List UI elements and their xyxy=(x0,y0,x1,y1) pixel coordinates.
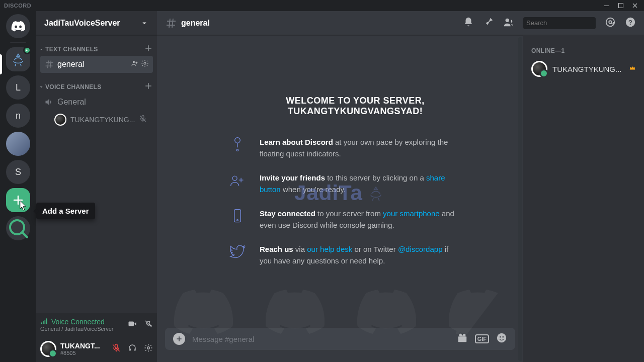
member-item[interactable]: TUKANGTYKUNG... xyxy=(527,58,640,79)
main-content: general ? WELCOME TO YOUR SERVER, TUKANG… xyxy=(157,11,644,362)
emoji-icon[interactable] xyxy=(496,332,507,345)
svg-point-20 xyxy=(500,336,501,338)
chat-header: general ? xyxy=(157,11,644,35)
voice-user[interactable]: TUKANGTYKUNG... xyxy=(36,111,157,128)
voice-channels-category[interactable]: VOICE CHANNELS xyxy=(36,81,157,93)
twitter-icon xyxy=(227,244,248,266)
server-item-active[interactable] xyxy=(6,47,30,71)
voice-active-badge xyxy=(23,46,31,54)
avatar xyxy=(531,61,547,77)
gear-icon[interactable] xyxy=(141,59,149,69)
pinned-icon[interactable] xyxy=(483,17,494,30)
svg-rect-0 xyxy=(604,6,609,6)
chevron-down-icon xyxy=(38,46,44,52)
notifications-icon[interactable] xyxy=(463,17,474,30)
message-input: GIF xyxy=(165,328,515,350)
server-selection-pill xyxy=(0,54,2,74)
svg-rect-18 xyxy=(458,336,466,342)
svg-point-4 xyxy=(144,62,146,64)
avatar xyxy=(54,114,66,126)
server-item-s[interactable]: S xyxy=(6,160,30,184)
home-button[interactable] xyxy=(6,14,30,38)
channel-general[interactable]: general xyxy=(40,56,153,73)
search-input[interactable] xyxy=(526,19,611,27)
server-item-n[interactable]: n xyxy=(6,104,30,128)
online-heading: ONLINE—1 xyxy=(527,43,640,58)
hash-icon xyxy=(165,17,177,29)
voice-channel-general[interactable]: General xyxy=(40,94,153,111)
channel-sidebar: JadiTauVoiceServer TEXT CHANNELS general… xyxy=(36,11,157,362)
server-item-l[interactable]: L xyxy=(6,75,30,100)
add-server-button[interactable] xyxy=(6,188,30,212)
server-name: JadiTauVoiceServer xyxy=(44,19,120,28)
welcome-title: WELCOME TO YOUR SERVER, TUKANGTYKUNGVANG… xyxy=(227,96,483,117)
disconnect-icon[interactable] xyxy=(144,319,153,330)
invite-icon[interactable] xyxy=(131,59,139,69)
mentions-icon[interactable] xyxy=(605,17,616,30)
welcome-item-mobile: Stay connected to your server from your … xyxy=(227,208,483,231)
voice-status-panel: Voice Connected General / JadiTauVoiceSe… xyxy=(36,313,157,336)
minimize-button[interactable] xyxy=(600,0,614,11)
crown-icon xyxy=(629,64,636,73)
avatar[interactable] xyxy=(40,341,56,357)
chevron-down-icon xyxy=(140,19,149,28)
help-icon[interactable]: ? xyxy=(625,17,636,30)
channel-title: general xyxy=(181,19,459,28)
server-header[interactable]: JadiTauVoiceServer xyxy=(36,11,157,35)
app-brand: DISCORD xyxy=(4,3,31,9)
chevron-down-icon xyxy=(38,84,44,90)
hash-icon xyxy=(44,59,54,69)
members-icon[interactable] xyxy=(503,17,514,30)
gift-icon[interactable] xyxy=(457,332,468,345)
deafen-button[interactable] xyxy=(128,343,137,354)
svg-point-3 xyxy=(133,61,135,63)
smartphone-link[interactable]: your smartphone xyxy=(383,209,440,218)
phone-icon xyxy=(227,208,248,231)
video-icon[interactable] xyxy=(128,319,137,330)
add-server-tooltip: Add a Server xyxy=(36,203,95,219)
svg-point-13 xyxy=(235,138,240,143)
twitter-link[interactable]: @discordapp xyxy=(398,245,443,253)
scrollbar[interactable] xyxy=(518,37,522,361)
add-text-channel-button[interactable] xyxy=(144,44,153,55)
explore-servers-button[interactable] xyxy=(6,216,30,240)
user-panel: TUKANGT... #8505 xyxy=(36,336,157,362)
window-controls xyxy=(600,0,642,11)
svg-text:?: ? xyxy=(628,18,632,26)
message-area: WELCOME TO YOUR SERVER, TUKANGTYKUNGVANG… xyxy=(157,35,523,362)
voice-connected-label: Voice Connected xyxy=(40,318,114,326)
settings-button[interactable] xyxy=(144,343,153,354)
helpdesk-link[interactable]: our help desk xyxy=(307,245,352,253)
signal-icon xyxy=(40,318,48,326)
server-item-photo[interactable] xyxy=(6,132,30,156)
member-list: ONLINE—1 TUKANGTYKUNG... xyxy=(523,35,644,362)
svg-rect-16 xyxy=(234,210,240,222)
svg-point-21 xyxy=(502,336,504,338)
svg-rect-5 xyxy=(129,321,134,326)
close-button[interactable] xyxy=(628,0,642,11)
svg-point-6 xyxy=(147,347,150,349)
mute-button[interactable] xyxy=(112,343,121,354)
exclaim-icon xyxy=(227,137,248,159)
server-rail: L n S Add a Server xyxy=(0,11,36,362)
server-separator xyxy=(10,42,26,43)
svg-rect-1 xyxy=(619,4,623,8)
speaker-icon xyxy=(44,97,54,107)
maximize-button[interactable] xyxy=(614,0,628,11)
svg-point-7 xyxy=(506,18,509,22)
message-field[interactable] xyxy=(192,335,450,343)
welcome-item-twitter: Reach us via our help desk or on Twitter… xyxy=(227,244,483,266)
svg-point-17 xyxy=(237,220,238,221)
svg-point-19 xyxy=(497,333,506,342)
svg-point-14 xyxy=(236,149,238,151)
muted-icon xyxy=(139,115,147,125)
svg-point-15 xyxy=(232,176,237,180)
invite-icon xyxy=(227,172,248,195)
add-voice-channel-button[interactable] xyxy=(144,81,153,93)
attach-button[interactable] xyxy=(173,333,185,345)
search-box[interactable] xyxy=(523,17,596,29)
text-channels-category[interactable]: TEXT CHANNELS xyxy=(36,43,157,55)
gif-button[interactable]: GIF xyxy=(475,334,489,343)
welcome-item-invite: Invite your friends to this server by cl… xyxy=(227,172,483,195)
welcome-item-learn: Learn about Discord at your own pace by … xyxy=(227,137,483,159)
